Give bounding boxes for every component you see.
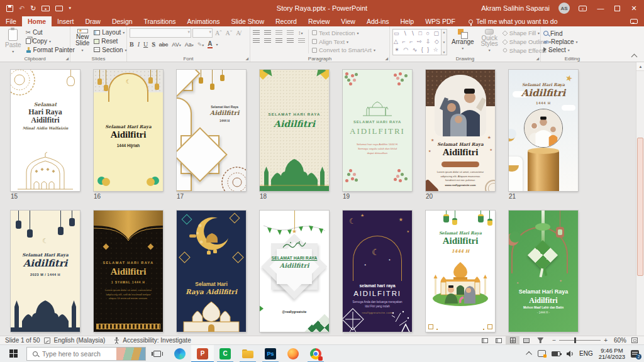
slide-26-thumbnail[interactable]: ☾ ★ ★ ★ ☾ ✦ ✦ selamat hari raya AIDILFIT… [343,211,412,332]
new-slide-button[interactable]: NewSlide ▾ [73,28,92,54]
text-shadow-button[interactable]: S [152,41,155,48]
text-direction-button[interactable]: Text Direction▾ [312,29,375,37]
taskbar-camtasia[interactable]: C [214,345,236,362]
quick-styles-button[interactable]: QuickStyles ▾ [479,28,501,54]
comments-icon[interactable] [630,19,638,24]
task-view-button[interactable] [146,345,169,362]
slide-18-thumbnail[interactable]: SELAMAT HARI RAYA Aidilfitri [260,70,329,191]
tab-review[interactable]: Review [303,16,335,26]
ribbon-display-options-icon[interactable]: ⌅ [579,6,587,11]
paste-button[interactable]: Paste▾ [3,28,24,54]
bullets-icon[interactable] [253,30,260,36]
close-button[interactable]: ✕ [629,4,639,13]
paragraph-dialog-launcher[interactable]: ◢ [385,56,388,60]
change-case-button[interactable]: Aa▾ [185,41,194,48]
scrollbar-up-arrow[interactable]: ▲ [636,62,644,71]
format-painter-button[interactable]: Format Painter [26,45,75,54]
tab-record[interactable]: Record [270,16,303,26]
align-center-icon[interactable] [264,38,271,44]
slideshow-view-button[interactable] [533,336,547,344]
tab-design[interactable]: Design [106,16,138,26]
vertical-scrollbar[interactable]: ▲ [636,62,644,336]
slide-20-thumbnail[interactable]: ★ ★ ★ ★ Selamat Hari Raya Aidilfitri Lor… [426,70,495,191]
tab-slide-show[interactable]: Slide Show [226,16,270,26]
fit-slide-to-window-button[interactable] [631,337,638,343]
user-avatar[interactable]: AS [558,3,570,14]
font-color-button[interactable]: A [208,40,212,48]
italic-button[interactable]: I [138,41,140,48]
battery-icon[interactable] [552,351,560,356]
justify-icon[interactable] [287,38,294,44]
zoom-level[interactable]: 60% [614,337,626,344]
align-left-icon[interactable] [253,38,260,44]
align-text-button[interactable]: Align Text▾ [312,38,375,46]
columns-icon[interactable] [298,38,305,44]
taskbar-photoshop[interactable]: Ps [259,345,282,362]
underline-button[interactable]: U [143,41,148,48]
reset-button[interactable]: Reset [94,37,126,46]
character-spacing-button[interactable]: AV▾ [172,41,180,48]
replace-button[interactable]: abReplace▾ [543,38,578,45]
highlight-button[interactable]: ✎▾ [197,41,204,48]
tab-wps-pdf[interactable]: WPS PDF [419,16,461,26]
teams-tray-icon[interactable] [538,350,546,357]
zoom-slider[interactable] [559,340,601,341]
arrange-button[interactable]: Arrange▾ [449,28,477,54]
zoom-in-button[interactable]: + [604,337,608,344]
zoom-out-button[interactable]: − [552,337,556,344]
reading-view-button[interactable] [519,336,533,344]
normal-view-button[interactable] [492,336,506,344]
tab-view[interactable]: View [335,16,361,26]
bold-button[interactable]: B [130,41,134,48]
slide-16-thumbnail[interactable]: ☾ Selamat Hari Raya Aidilfitri 1444 Hijr… [94,70,163,191]
spell-check-icon[interactable] [44,337,50,344]
select-button[interactable]: Select▾ [543,47,578,54]
scrollbar-thumb[interactable] [637,138,643,276]
shrink-font-button[interactable]: Aˇ [225,30,234,36]
align-right-icon[interactable] [275,38,282,44]
slide-15-thumbnail[interactable]: Selamat Hari Raya Aidilfitri Minal Aidin… [11,70,80,191]
font-size-combo[interactable] [192,28,213,38]
layout-button[interactable]: Layout▾ [94,28,126,37]
tab-home[interactable]: Home [22,16,52,26]
cut-button[interactable]: ✂Cut [26,28,75,37]
taskbar-powerpoint[interactable]: P [191,345,214,362]
taskbar-firefox[interactable] [282,345,304,362]
language-status[interactable]: English (Malaysia) [54,337,106,344]
tab-transitions[interactable]: Transitions [138,16,182,26]
copy-button[interactable]: Copy▾ [26,37,75,46]
numbering-icon[interactable] [264,30,271,36]
slide-28-thumbnail[interactable]: ✦ ✦ Selamat Hari Raya Aidilfitri Mohon M… [509,211,578,332]
grow-font-button[interactable]: Aˆ [214,30,223,36]
line-spacing-icon[interactable]: ↕▾ [298,30,303,36]
slide-27-thumbnail[interactable]: Selamat Hari Raya Aidilfitri 1444 H [426,211,495,332]
accessibility-status[interactable]: Accessibility: Investigate [123,337,191,344]
start-button[interactable] [0,345,26,362]
taskbar-chrome[interactable] [304,345,327,362]
drawing-dialog-launcher[interactable]: ◢ [536,56,539,60]
slide-22-thumbnail[interactable]: ☾ Selamat Hari Raya Aidilfitri 2023 M / … [11,211,80,332]
tab-file[interactable]: File [0,16,22,26]
shapes-gallery-scroll[interactable]: ▲▼▼ [441,29,447,55]
shapes-gallery[interactable]: ▭ ∖ ∖ □ ○ ▢ △ ⌐ ⌐ ⇨ ⇩ ◇ ✶ ◠ ∿ { } ☆ [392,29,441,55]
restore-button[interactable] [614,6,620,11]
slide-17-thumbnail[interactable]: Selamat Hari Raya Aidilfitri 1444 H [177,70,246,191]
strikethrough-button[interactable]: abc [159,41,169,48]
user-name[interactable]: Akram Salihin Saparai [481,4,550,12]
slide-19-thumbnail[interactable]: SELAMAT HARI RAYA AIDILFITRI Selamat har… [343,70,412,191]
slide-25-thumbnail[interactable]: ★ SELAMAT HARI RAYA Aidilfitri @reallygr… [260,211,329,332]
clear-formatting-button[interactable]: A̸ [235,30,242,36]
decrease-indent-icon[interactable] [275,30,282,36]
tell-me-box[interactable]: Tell me what you want to do [464,16,563,26]
input-language[interactable]: ENG [579,350,593,357]
increase-indent-icon[interactable] [287,30,294,36]
tray-chevron-icon[interactable] [526,351,532,358]
taskbar-file-explorer[interactable] [236,345,259,362]
tab-draw[interactable]: Draw [79,16,106,26]
slide-23-thumbnail[interactable]: SELAMAT HARI RAYA Aidilfitri 1 SYAWAL 14… [94,211,163,332]
section-button[interactable]: Section▾ [94,45,126,54]
font-dialog-launcher[interactable]: ◢ [245,56,248,60]
tab-animations[interactable]: Animations [182,16,226,26]
taskbar-edge[interactable] [169,345,191,362]
tab-help[interactable]: Help [395,16,420,26]
